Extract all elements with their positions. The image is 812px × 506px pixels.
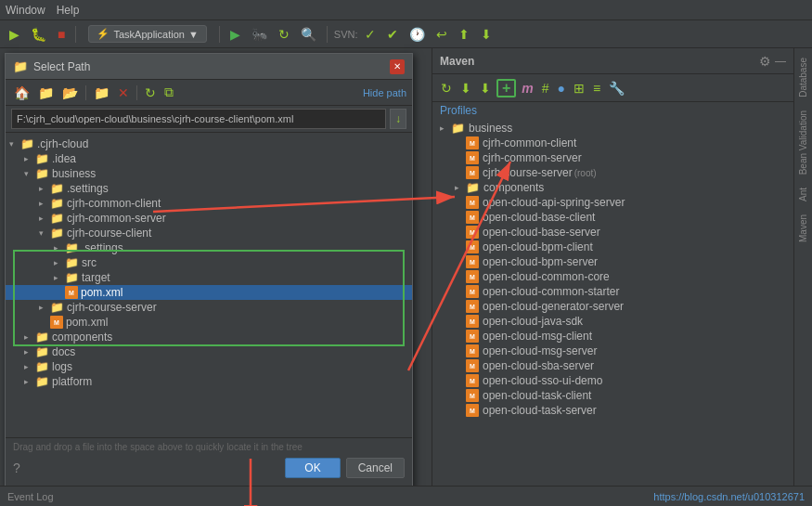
tree-item[interactable]: ▸📁components [6, 330, 412, 344]
path-go-btn[interactable]: ↓ [390, 109, 406, 129]
maven-pom-icon: M [466, 344, 479, 357]
maven-import-btn[interactable]: ⬇ [458, 80, 474, 97]
debug-btn[interactable]: 🐛 [27, 25, 50, 44]
tree-item[interactable]: ▸📁platform [6, 374, 412, 389]
maven-m-btn[interactable]: m [519, 80, 535, 97]
maven-profiles-label[interactable]: Profiles [432, 102, 793, 119]
dtb-home-btn[interactable]: 🏠 [11, 84, 32, 101]
dtb-delete-btn[interactable]: ✕ [115, 84, 132, 101]
hide-path-link[interactable]: Hide path [363, 87, 406, 98]
maven-tree-item[interactable]: Mopen-cloud-base-server [432, 225, 793, 240]
maven-list-btn[interactable]: ≡ [590, 80, 603, 97]
svn-down-btn[interactable]: ⬇ [477, 25, 496, 44]
tree-item[interactable]: ▸📁.settings [6, 181, 412, 196]
tree-item[interactable]: ▸📁docs [6, 344, 412, 359]
maven-tree-item[interactable]: Mopen-cloud-java-sdk [432, 314, 793, 329]
maven-tree-item[interactable]: Mopen-cloud-msg-server [432, 344, 793, 358]
tree-item[interactable]: ▾📁.cjrh-cloud [6, 136, 412, 151]
maven-item-label: open-cloud-bpm-client [483, 240, 593, 253]
stop-btn[interactable]: ■ [54, 25, 69, 44]
maven-tree-item[interactable]: Mopen-cloud-common-core [432, 269, 793, 284]
tree-item[interactable]: ▸📁cjrh-common-client [6, 196, 412, 211]
maven-tree-item[interactable]: Mopen-cloud-sba-server [432, 358, 793, 373]
maven-reload-btn[interactable]: ↻ [438, 80, 455, 97]
bottom-bar: Event Log https://blog.csdn.net/u0103126… [0, 486, 812, 506]
dtb-copy-btn[interactable]: ⧉ [161, 84, 176, 101]
maven-arrow-icon: ▸ [440, 123, 451, 133]
maven-item-label: cjrh-course-server [483, 166, 573, 179]
search-btn[interactable]: 🔍 [297, 25, 320, 44]
maven-wrench-btn[interactable]: 🔧 [606, 80, 627, 97]
tree-item[interactable]: Mpom.xml [6, 315, 412, 330]
ant-btn[interactable]: 🐜 [248, 25, 271, 44]
dtb-folder-btn[interactable]: 📁 [35, 84, 57, 101]
right-tab-database[interactable]: Database [796, 52, 810, 103]
maven-hash-btn[interactable]: # [539, 80, 552, 97]
maven-item-label: open-cloud-api-spring-server [483, 196, 625, 209]
maven-grid-btn[interactable]: ⊞ [571, 80, 587, 97]
tree-item[interactable]: ▸📁cjrh-common-server [6, 211, 412, 226]
maven-tree-item[interactable]: Mcjrh-common-server [432, 150, 793, 165]
menu-window[interactable]: Window [6, 4, 45, 17]
tree-item[interactable]: Mpom.xml [6, 285, 412, 300]
maven-tree-item[interactable]: Mcjrh-course-server (root) [432, 165, 793, 180]
maven-tree-item[interactable]: ▸📁business [432, 121, 793, 136]
maven-tree-item[interactable]: Mopen-cloud-task-server [432, 403, 793, 418]
dialog-close-btn[interactable]: ✕ [390, 59, 405, 74]
dtb-sep2 [136, 85, 137, 100]
svn-check-btn[interactable]: ✓ [361, 25, 380, 44]
play-btn2[interactable]: ▶ [226, 25, 244, 44]
right-tab-maven[interactable]: Maven [796, 209, 810, 248]
maven-minus-btn[interactable]: — [775, 55, 786, 68]
maven-tree-item[interactable]: ▸📁components [432, 180, 793, 195]
right-tabs-panel: DatabaseBean ValidationAntMaven [793, 48, 812, 506]
tree-item-label: cjrh-common-client [67, 197, 161, 210]
maven-tree-item[interactable]: Mopen-cloud-task-client [432, 388, 793, 403]
svn-clock-btn[interactable]: 🕐 [406, 25, 429, 44]
maven-tree-item[interactable]: Mopen-cloud-bpm-server [432, 254, 793, 269]
csdn-link[interactable]: https://blog.csdn.net/u010312671 [653, 491, 805, 502]
tree-item[interactable]: ▸📁target [6, 270, 412, 285]
tree-item[interactable]: ▸📁.idea [6, 151, 412, 166]
maven-pom-icon: M [466, 151, 479, 164]
tree-arrow-icon: ▸ [54, 243, 65, 253]
dtb-new-btn[interactable]: 📁 [91, 84, 112, 101]
maven-tree-item[interactable]: Mopen-cloud-msg-client [432, 329, 793, 344]
tree-item-label: cjrh-course-client [67, 227, 151, 240]
event-log-label[interactable]: Event Log [7, 491, 54, 502]
right-tab-bean-validation[interactable]: Bean Validation [796, 105, 810, 180]
dtb-parent-btn[interactable]: 📂 [59, 84, 81, 101]
dtb-refresh-btn[interactable]: ↻ [142, 84, 159, 101]
ok-button[interactable]: OK [285, 458, 340, 478]
maven-tree-item[interactable]: Mopen-cloud-sso-ui-demo [432, 373, 793, 388]
maven-tree-item[interactable]: Mopen-cloud-common-starter [432, 284, 793, 299]
run-btn[interactable]: ▶ [6, 25, 23, 44]
tree-item[interactable]: ▸📁cjrh-course-server [6, 300, 412, 315]
right-tab-ant[interactable]: Ant [796, 182, 810, 207]
maven-add-btn[interactable]: + [496, 79, 516, 97]
cancel-button[interactable]: Cancel [346, 458, 405, 478]
tree-item[interactable]: ▸📁logs [6, 359, 412, 374]
tree-item[interactable]: ▸📁.settings [6, 240, 412, 255]
help-icon[interactable]: ? [13, 461, 20, 475]
task-selector[interactable]: ⚡ TaskApplication ▼ [88, 25, 206, 43]
maven-gear-icon[interactable]: ⚙ [759, 54, 771, 69]
footer-buttons: ? OK Cancel [13, 458, 405, 478]
maven-tree-item[interactable]: Mopen-cloud-bpm-client [432, 240, 793, 254]
svn-up-btn[interactable]: ⬆ [455, 25, 473, 44]
maven-tree-item[interactable]: Mopen-cloud-base-client [432, 210, 793, 225]
maven-tree-item[interactable]: Mcjrh-common-client [432, 136, 793, 150]
svn-ok-btn[interactable]: ✔ [383, 25, 402, 44]
svn-undo-btn[interactable]: ↩ [432, 25, 451, 44]
maven-tree-item[interactable]: Mopen-cloud-generator-server [432, 299, 793, 314]
tree-arrow-icon: ▾ [39, 228, 50, 238]
maven-circle-btn[interactable]: ● [555, 80, 568, 97]
tree-item[interactable]: ▾📁cjrh-course-client [6, 226, 412, 240]
tree-item[interactable]: ▸📁src [6, 255, 412, 270]
path-input[interactable] [11, 109, 386, 129]
maven-download-btn[interactable]: ⬇ [477, 80, 494, 97]
menu-help[interactable]: Help [57, 4, 80, 17]
tree-item[interactable]: ▾📁business [6, 166, 412, 181]
reload-btn[interactable]: ↻ [275, 25, 293, 44]
maven-tree-item[interactable]: Mopen-cloud-api-spring-server [432, 195, 793, 210]
